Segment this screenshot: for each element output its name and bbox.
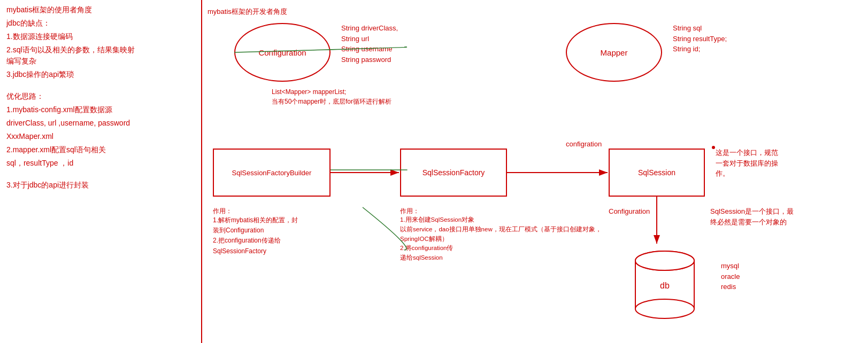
configuration-label: Configuration	[258, 48, 306, 57]
config-label-below: Configuration	[609, 206, 650, 217]
arrow-config-label: configration	[566, 139, 602, 150]
left-title: mybatis框架的使用者角度	[6, 4, 195, 15]
db-note: mysql oracle redis	[721, 261, 740, 292]
opt-item-4: 2.mapper.xml配置sql语句相关	[6, 144, 195, 155]
opt-item-1: 1.mybatis-config.xml配置数据源	[6, 104, 195, 115]
database-cylinder: db	[630, 245, 700, 319]
opt-item-2: driverClass, url ,username, password	[6, 118, 195, 129]
jdbc-item-1: 1.数据源连接硬编码	[6, 31, 195, 42]
left-panel: mybatis框架的使用者角度 jdbc的缺点： 1.数据源连接硬编码 2.sq…	[0, 0, 202, 343]
right-panel: mybatis框架的开发者角度 Configuration Mapper Str…	[202, 0, 868, 343]
session-note2: SqlSession是一个接口，最 终必然是需要一个对象的	[710, 206, 794, 227]
jdbc-item-2: 2.sql语句以及相关的参数，结果集映射编写复杂	[6, 44, 195, 67]
session-label: SqlSession	[638, 168, 675, 177]
factory-builder-rect: SqlSessionFactoryBuilder	[213, 149, 331, 197]
jdbc-section-title: jdbc的缺点：	[6, 18, 195, 29]
svg-text:db: db	[660, 281, 670, 290]
builder-purpose: 1.解析mybatis相关的配置，封 装到Configuration 2.把co…	[213, 215, 298, 256]
optimization-title: 优化思路：	[6, 91, 195, 102]
factory-builder-label: SqlSessionFactoryBuilder	[232, 169, 312, 177]
factory-rect: SqlSessionFactory	[400, 149, 507, 197]
factory-label: SqlSessionFactory	[423, 168, 485, 177]
svg-point-13	[712, 146, 715, 149]
right-title: mybatis框架的开发者角度	[208, 6, 287, 17]
session-note: 这是一个接口，规范 一套对于数据库的操 作。	[716, 147, 778, 179]
mapper-list: List<Mapper> mapperList; 当有50个mapper时，底层…	[272, 87, 391, 106]
builder-purpose-title: 作用：	[213, 206, 232, 216]
diagram: mybatis框架的开发者角度 Configuration Mapper Str…	[202, 4, 868, 343]
opt-item-6: 3.对于jdbc的api进行封装	[6, 180, 195, 191]
svg-point-2	[635, 299, 694, 318]
mapper-label: Mapper	[601, 48, 628, 57]
jdbc-item-3: 3.jdbc操作的api繁琐	[6, 69, 195, 80]
opt-item-3: XxxMaper.xml	[6, 131, 195, 142]
page: mybatis框架的使用者角度 jdbc的缺点： 1.数据源连接硬编码 2.sq…	[0, 0, 868, 343]
session-rect: SqlSession	[609, 149, 705, 197]
opt-item-5: sql，resultType ，id	[6, 158, 195, 169]
mapper-ellipse: Mapper	[566, 23, 662, 82]
config-props: String driverClass, String url String us…	[341, 23, 398, 65]
factory-purpose: 1.用来创建SqlSession对象 以前service，dao接口用单独new…	[400, 215, 603, 263]
configuration-ellipse: Configuration	[234, 23, 331, 82]
factory-purpose-title: 作用：	[400, 206, 419, 216]
mapper-props: String sql String resultType; String id;	[673, 23, 727, 54]
